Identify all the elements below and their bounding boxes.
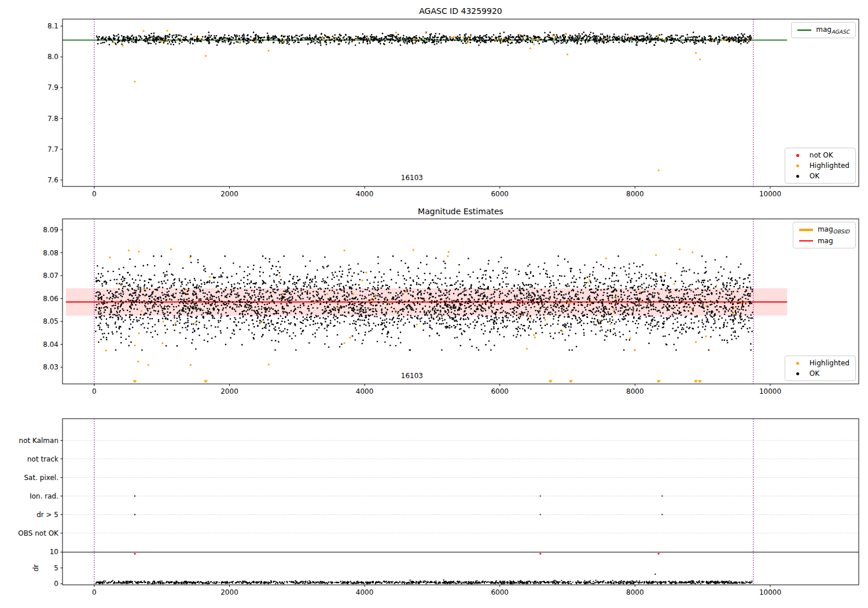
mag-estimates-legend-top-right: magOBSIDmag: [793, 222, 856, 248]
legend-label: mag: [818, 237, 833, 245]
flags-plot: 0200040006000800010000not Kalmannot trac…: [18, 419, 859, 596]
axes-frame: [62, 19, 859, 186]
legend-label: not OK: [810, 151, 833, 159]
x-tick-label: 10000: [759, 190, 781, 198]
legend-item: Highlighted: [791, 162, 849, 170]
y-tick-label: 7.6: [47, 176, 58, 184]
legend-marker-icon: [791, 371, 805, 376]
obsid-annotation: 16103: [401, 174, 423, 182]
x-tick-label: 8000: [626, 588, 644, 596]
legend-line-icon: [799, 240, 813, 241]
agasc-mag-plot: 1610302000400060008000100007.67.77.87.98…: [47, 19, 859, 198]
legend-marker-icon: [791, 174, 805, 178]
legend-item: OK: [791, 172, 849, 180]
plots-canvas: 1610302000400060008000100007.67.77.87.98…: [0, 0, 868, 608]
clipped-low-marker-icon: [569, 380, 573, 383]
y-tick-label: 8.07: [43, 272, 58, 280]
mag-estimates-legend-bottom-right: HighlightedOK: [785, 356, 856, 381]
y-tick-label: 5: [54, 564, 58, 572]
y-tick-label: 7.8: [47, 115, 58, 123]
series-highlighted: [113, 30, 749, 171]
legend-label: OK: [810, 369, 819, 378]
x-tick-label: 0: [92, 190, 97, 198]
x-tick-label: 2000: [220, 588, 238, 596]
clipped-low-marker-icon: [549, 380, 553, 383]
legend-marker-icon: [791, 163, 805, 168]
clipped-low-marker-icon: [657, 380, 661, 383]
y-tick-label: 7.9: [47, 83, 58, 91]
figure: 1610302000400060008000100007.67.77.87.98…: [0, 0, 868, 608]
y-axis-label: dr: [32, 564, 40, 572]
y-tick-label: OBS not OK: [18, 529, 59, 537]
y-tick-label: Sat. pixel.: [24, 474, 58, 482]
legend-item: mag: [799, 237, 849, 245]
mag-estimates-plot: 1610302000400060008000100008.038.048.058…: [43, 219, 859, 395]
legend-label: OK: [810, 172, 819, 180]
y-tick-label: 8.1: [47, 22, 58, 30]
series-dr-not-ok: [134, 553, 660, 555]
y-tick-label: 8.04: [43, 340, 58, 349]
y-tick-label: 8.03: [43, 363, 58, 371]
legend-label: Highlighted: [810, 162, 849, 170]
series-dr-ok: [95, 574, 753, 584]
plot1-title: AGASC ID 43259920: [62, 6, 859, 16]
x-tick-label: 2000: [220, 190, 238, 198]
clipped-low-marker-icon: [204, 380, 208, 383]
x-tick-label: 8000: [626, 387, 644, 395]
clipped-low-marker-icon: [133, 380, 137, 383]
legend-item: magOBSID: [799, 225, 849, 235]
y-tick-label: 10: [50, 548, 58, 556]
agasc-mag-legend-top-right: magAGASC: [791, 22, 856, 38]
legend-line-icon: [797, 30, 811, 31]
obsid-annotation: 16103: [401, 372, 423, 380]
legend-item: magAGASC: [797, 25, 849, 35]
legend-item: Highlighted: [791, 359, 849, 367]
x-tick-label: 8000: [626, 190, 644, 198]
y-tick-label: 0: [54, 580, 58, 588]
y-tick-label: not Kalman: [19, 437, 58, 445]
legend-item: not OK: [791, 151, 849, 159]
legend-label: magAGASC: [816, 25, 849, 35]
y-tick-label: 8.05: [43, 317, 58, 325]
legend-label: Highlighted: [810, 359, 849, 367]
x-tick-label: 4000: [356, 387, 374, 395]
x-tick-label: 6000: [491, 588, 509, 596]
y-tick-label: 8.06: [43, 295, 58, 303]
y-tick-label: 7.7: [47, 145, 58, 153]
legend-item: OK: [791, 369, 849, 378]
x-tick-label: 2000: [220, 387, 238, 395]
x-tick-label: 4000: [356, 190, 374, 198]
clipped-low-marker-icon: [698, 380, 702, 383]
plot2-title: Magnitude Estimates: [62, 207, 859, 216]
axes-frame: [62, 419, 859, 585]
y-tick-label: 8.08: [43, 249, 58, 257]
legend-label: magOBSID: [818, 225, 849, 235]
x-tick-label: 6000: [491, 190, 509, 198]
legend-marker-icon: [791, 153, 805, 158]
x-tick-label: 6000: [491, 387, 509, 395]
agasc-mag-plot-area: [62, 30, 787, 171]
y-tick-label: 8.09: [43, 226, 58, 234]
x-tick-label: 10000: [759, 387, 781, 395]
legend-line-icon: [799, 229, 813, 231]
x-tick-label: 10000: [759, 588, 781, 596]
flags-plot-area: [62, 495, 859, 584]
legend-marker-icon: [791, 361, 805, 365]
y-tick-label: not track: [27, 455, 58, 463]
x-tick-label: 0: [92, 588, 97, 596]
agasc-mag-legend-bottom-right: not OKHighlightedOK: [785, 148, 856, 184]
y-tick-label: dr > 5: [36, 511, 58, 519]
x-tick-label: 0: [92, 387, 97, 395]
y-tick-label: 8.0: [47, 53, 58, 61]
y-tick-label: Ion. rad.: [30, 492, 58, 500]
clipped-low-marker-icon: [694, 380, 698, 383]
x-tick-label: 4000: [356, 588, 374, 596]
mag-estimates-plot-area: [66, 248, 787, 383]
series-ok: [96, 32, 752, 46]
